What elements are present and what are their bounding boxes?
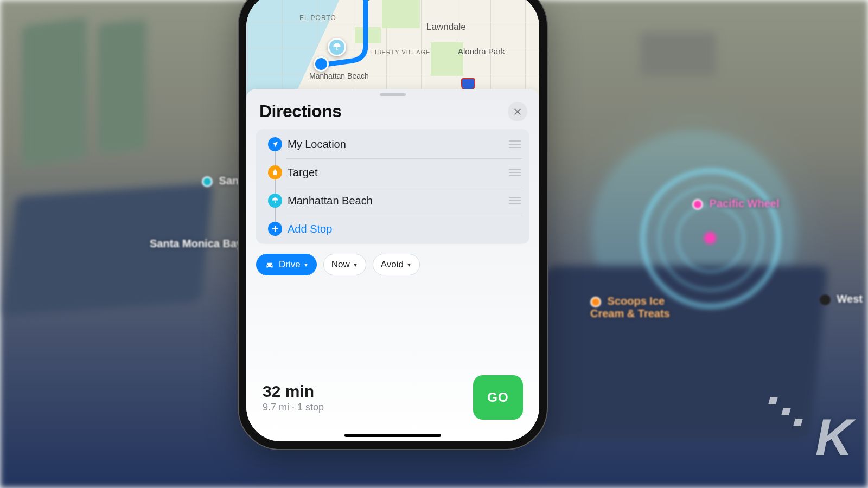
stop-label: Target bbox=[286, 166, 508, 179]
route-options-row: Drive ▾ Now ▾ Avoid ▾ bbox=[246, 244, 539, 275]
pill-label: Avoid bbox=[381, 259, 404, 270]
eta-subtext: 9.7 mi · 1 stop bbox=[263, 402, 324, 413]
route-stops-list: My Location Target bbox=[256, 129, 529, 244]
card-grabber[interactable] bbox=[380, 93, 406, 96]
map-pin-destination[interactable] bbox=[314, 56, 329, 72]
directions-card: Directions My Location bbox=[246, 89, 539, 441]
chevron-down-icon: ▾ bbox=[407, 261, 411, 268]
map-label-alondra-park: Alondra Park bbox=[458, 47, 505, 56]
umbrella-icon bbox=[268, 194, 282, 208]
card-title: Directions bbox=[259, 101, 341, 121]
reorder-handle[interactable] bbox=[508, 140, 522, 148]
home-indicator[interactable] bbox=[344, 434, 441, 437]
location-arrow-icon bbox=[268, 137, 282, 151]
bg-palm-2 bbox=[98, 19, 146, 154]
car-icon bbox=[264, 260, 275, 269]
go-button[interactable]: GO bbox=[473, 375, 523, 420]
bg-building-right bbox=[640, 33, 716, 76]
card-header: Directions bbox=[246, 98, 539, 129]
phone-frame: EL PORTO Manhattan Beach Lawndale LIBERT… bbox=[238, 0, 548, 450]
interstate-shield-icon bbox=[461, 78, 475, 90]
ferris-wheel-hub bbox=[704, 232, 716, 244]
stop-row-target[interactable]: Target bbox=[256, 158, 529, 187]
stop-row-my-location[interactable]: My Location bbox=[256, 130, 529, 158]
stop-row-manhattan-beach[interactable]: Manhattan Beach bbox=[256, 187, 529, 215]
map-label-lawndale: Lawndale bbox=[426, 22, 466, 33]
umbrella-icon bbox=[332, 42, 342, 52]
plus-icon: + bbox=[268, 222, 282, 236]
map-label-del-aire: Del Aire bbox=[420, 0, 449, 1]
pill-label: Drive bbox=[279, 259, 301, 270]
stop-label: My Location bbox=[286, 138, 508, 151]
close-icon bbox=[513, 107, 522, 116]
add-stop-row[interactable]: + Add Stop bbox=[256, 215, 529, 243]
eta-text: 32 min 9.7 mi · 1 stop bbox=[263, 382, 324, 413]
bg-building-left bbox=[4, 183, 214, 316]
add-stop-label: Add Stop bbox=[286, 223, 522, 235]
pill-label: Now bbox=[331, 259, 350, 270]
chevron-down-icon: ▾ bbox=[304, 261, 308, 268]
close-button[interactable] bbox=[508, 102, 527, 121]
eta-duration: 32 min bbox=[263, 382, 324, 401]
bg-palm-1 bbox=[22, 17, 87, 168]
reorder-handle[interactable] bbox=[508, 169, 522, 176]
stop-label: Manhattan Beach bbox=[286, 195, 508, 207]
map-view[interactable]: EL PORTO Manhattan Beach Lawndale LIBERT… bbox=[246, 0, 539, 104]
map-park-2 bbox=[382, 0, 420, 28]
phone-screen: EL PORTO Manhattan Beach Lawndale LIBERT… bbox=[246, 0, 539, 441]
map-pin-manhattan-beach[interactable] bbox=[328, 38, 346, 56]
transport-mode-drive[interactable]: Drive ▾ bbox=[256, 254, 317, 275]
eta-row: 32 min 9.7 mi · 1 stop GO bbox=[246, 375, 539, 420]
bag-icon bbox=[268, 165, 282, 179]
avoid-options-button[interactable]: Avoid ▾ bbox=[373, 254, 420, 275]
departure-time-button[interactable]: Now ▾ bbox=[323, 254, 366, 275]
chevron-down-icon: ▾ bbox=[354, 261, 357, 268]
reorder-handle[interactable] bbox=[508, 197, 522, 204]
